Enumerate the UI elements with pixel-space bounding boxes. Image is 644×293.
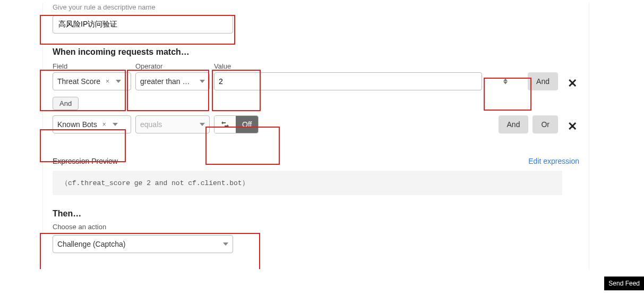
chevron-down-icon <box>116 80 121 83</box>
or-button[interactable]: Or <box>533 115 558 133</box>
field-select[interactable]: Threat Score × <box>53 72 131 90</box>
match-heading: When incoming requests match… <box>53 47 579 57</box>
toggle-off[interactable]: Off <box>236 116 258 133</box>
swap-icon[interactable] <box>214 116 236 133</box>
then-heading: Then… <box>53 209 579 219</box>
chevron-down-icon <box>200 123 205 126</box>
chain-connector: And <box>53 97 79 110</box>
operator-label: Operator <box>135 62 210 70</box>
rule-builder: Give your rule a descriptive name When i… <box>42 3 589 269</box>
and-button[interactable]: And <box>499 115 529 133</box>
expression-preview: （cf.threat_score ge 2 and not cf.client.… <box>53 171 562 195</box>
operator-select: equals <box>135 115 210 133</box>
action-select-value: Challenge (Captcha) <box>57 240 125 248</box>
chevron-down-icon <box>113 123 118 126</box>
value-toggle[interactable]: Off <box>214 115 259 133</box>
operator-select[interactable]: greater than … <box>135 72 210 90</box>
chevron-down-icon <box>223 242 228 246</box>
field-label: Field <box>53 62 131 70</box>
stepper-up-icon[interactable] <box>503 79 508 81</box>
and-button[interactable]: And <box>528 72 558 90</box>
rule-name-input[interactable] <box>53 15 233 34</box>
condition-row: Field Threat Score × Operator greater th… <box>53 62 579 90</box>
field-select-value: Known Bots <box>57 120 97 129</box>
value-label: Value <box>214 62 510 70</box>
action-select[interactable]: Challenge (Captcha) <box>53 235 233 253</box>
field-select[interactable]: Known Bots × <box>53 115 131 133</box>
remove-row-button[interactable]: ✕ <box>565 77 579 90</box>
operator-select-value: greater than … <box>140 77 190 86</box>
operator-select-value: equals <box>140 120 162 129</box>
edit-expression-link[interactable]: Edit expression <box>528 157 579 165</box>
clear-icon[interactable]: × <box>106 78 109 85</box>
remove-row-button[interactable]: ✕ <box>565 120 579 133</box>
condition-row: Known Bots × equals Off <box>53 115 579 133</box>
clear-icon[interactable]: × <box>102 121 106 128</box>
value-input[interactable] <box>214 72 482 90</box>
stepper-down-icon[interactable] <box>503 82 508 85</box>
chevron-down-icon <box>200 80 205 83</box>
expression-preview-label: Expression Preview <box>53 157 118 165</box>
choose-action-label: Choose an action <box>53 223 579 231</box>
rule-name-hint: Give your rule a descriptive name <box>53 3 579 11</box>
field-select-value: Threat Score <box>57 77 100 86</box>
